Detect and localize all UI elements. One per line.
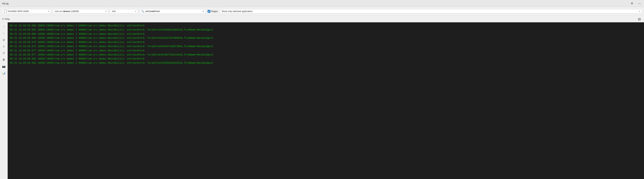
app-chevron-icon: ▾	[106, 10, 106, 12]
log-line: 06-21 14:28:58.673 18858-19885/com.zrc.d…	[10, 45, 642, 49]
filter-button[interactable]: ⇩	[1, 44, 6, 49]
minimize-button[interactable]: —	[637, 2, 642, 6]
device-icon	[4, 10, 7, 13]
show-selected-label: Show only selected application	[222, 10, 638, 13]
hilog-title-text: hilog	[5, 18, 10, 20]
level-chevron-icon: ▾	[135, 10, 136, 12]
log-line: 06-21 14:28:58.673 18858-19885/com.zrc.d…	[10, 40, 642, 45]
scroll-down-button[interactable]: ↓	[1, 30, 6, 36]
log-line: 06-21 14:28:58.668 18858-19885/com.zrc.d…	[10, 32, 642, 36]
title-bar: HiLog ⚙ —	[0, 0, 644, 7]
log-line: 06-21 14:28:58.668 18858-19885/com.zrc.d…	[10, 36, 642, 40]
regex-container: Regex	[208, 10, 218, 13]
regex-label: Regex	[211, 10, 218, 13]
hilog-menu-icon: ≡	[2, 18, 4, 21]
main-content: ↑↓⊘⇩⎙🗑📷📊 06-21 14:28:58.660 18858-19885/…	[0, 22, 644, 179]
app-prefix: com.zrc.	[54, 10, 63, 13]
app-bold: demos	[63, 10, 70, 13]
log-line: 06-21 14:28:58.682 18858-19885/com.zrc.d…	[10, 61, 642, 65]
device-dropdown[interactable]: HUAWEI NOP-AN00 ▾	[2, 9, 51, 14]
log-line: 06-21 14:28:58.677 18858-19885/com.zrc.d…	[10, 49, 642, 53]
log-line: 06-21 14:28:58.661 18858-19885/com.zrc.d…	[10, 28, 642, 32]
log-line: 06-21 14:28:58.660 18858-19885/com.zrc.d…	[10, 24, 642, 28]
columns-settings-button[interactable]: ▤	[637, 17, 642, 21]
settings-button[interactable]: ⚙	[630, 2, 634, 6]
search-clear-button[interactable]: ✕	[202, 10, 204, 13]
camera-button[interactable]: 📷	[1, 64, 6, 69]
search-icon: 🔍	[141, 10, 144, 13]
toolbar: HUAWEI NOP-AN00 ▾ com.zrc.demos (18858) …	[0, 7, 644, 16]
show-selected-dropdown[interactable]: Show only selected application ▾	[220, 9, 642, 14]
clear-button[interactable]: ⊘	[1, 37, 6, 43]
device-chevron-icon: ▾	[48, 10, 49, 12]
hilog-header: ≡ hilog ▤	[0, 16, 644, 22]
log-line: 06-21 14:28:58.682 18858-19885/com.zrc.d…	[10, 57, 642, 61]
chart-button[interactable]: 📊	[1, 70, 6, 76]
hilog-title-container: ≡ hilog	[2, 18, 10, 21]
app-title: HiLog	[2, 2, 8, 5]
scroll-up-button[interactable]: ↑	[1, 24, 6, 29]
log-line: 06-21 14:28:58.677 18858-19885/com.zrc.d…	[10, 53, 642, 57]
log-area[interactable]: 06-21 14:28:58.660 18858-19885/com.zrc.d…	[8, 22, 644, 179]
show-selected-chevron-icon: ▾	[639, 10, 640, 12]
level-label: Info	[112, 10, 134, 13]
sidebar: ↑↓⊘⇩⎙🗑📷📊	[0, 22, 8, 179]
delete-button[interactable]: 🗑	[1, 57, 6, 62]
search-input[interactable]	[145, 10, 201, 13]
regex-checkbox[interactable]	[208, 10, 210, 13]
app-dropdown[interactable]: com.zrc.demos (18858) ▾	[52, 9, 108, 14]
print-button[interactable]: ⎙	[1, 50, 6, 56]
level-dropdown[interactable]: Info ▾	[110, 9, 138, 14]
device-label: HUAWEI NOP-AN00	[8, 10, 47, 13]
search-box: 🔍 ✕	[140, 9, 206, 14]
app-suffix: (18858)	[70, 10, 79, 13]
app-label: com.zrc.demos (18858)	[54, 10, 104, 13]
title-bar-actions: ⚙ —	[630, 2, 642, 6]
